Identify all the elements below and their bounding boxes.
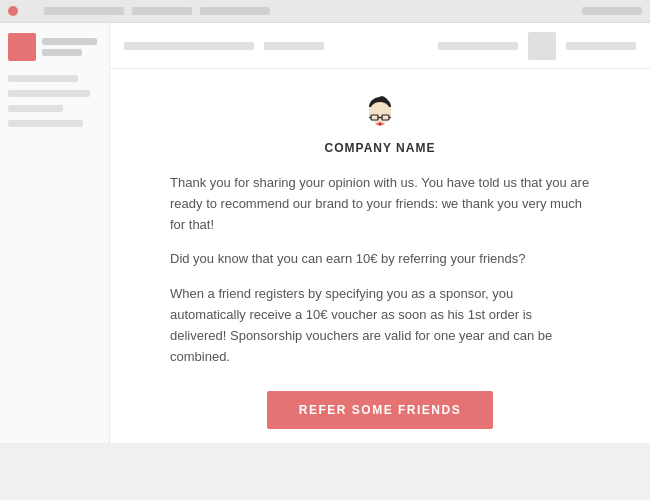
content-bar-square <box>528 32 556 60</box>
content-bar-block <box>566 42 636 50</box>
tab-label-placeholder <box>44 7 124 15</box>
content-top-bar <box>110 23 650 69</box>
logo-area: COMPANY NAME <box>325 89 436 155</box>
main-content: COMPANY NAME Thank you for sharing your … <box>110 23 650 443</box>
sidebar-title-line2 <box>42 49 82 56</box>
company-name-label: COMPANY NAME <box>325 141 436 155</box>
tab-label-placeholder <box>200 7 270 15</box>
sidebar-nav-item[interactable] <box>8 90 90 97</box>
tab-label-placeholder <box>132 7 192 15</box>
sidebar-nav-item[interactable] <box>8 75 78 82</box>
browser-title-bar <box>0 0 650 22</box>
email-paragraph-1: Thank you for sharing your opinion with … <box>170 173 590 235</box>
sidebar-nav-item[interactable] <box>8 105 63 112</box>
sidebar-nav-item[interactable] <box>8 120 83 127</box>
email-text-block: Thank you for sharing your opinion with … <box>170 173 590 381</box>
browser-chrome <box>0 0 650 23</box>
content-bar-block <box>124 42 254 50</box>
sidebar-avatar <box>8 33 36 61</box>
window-close-dot[interactable] <box>8 6 18 16</box>
sidebar <box>0 23 110 443</box>
page-wrapper: COMPANY NAME Thank you for sharing your … <box>0 23 650 443</box>
email-paragraph-2: Did you know that you can earn 10€ by re… <box>170 249 590 270</box>
email-paragraph-3: When a friend registers by specifying yo… <box>170 284 590 367</box>
cta-area: REFER SOME FRIENDS <box>267 391 493 429</box>
sidebar-nav <box>8 75 101 127</box>
sidebar-title-line1 <box>42 38 97 45</box>
company-logo <box>356 89 404 137</box>
svg-rect-2 <box>369 107 391 115</box>
content-bar-block <box>438 42 518 50</box>
email-body: COMPANY NAME Thank you for sharing your … <box>110 69 650 443</box>
browser-menu-placeholder <box>582 7 642 15</box>
sidebar-header <box>8 33 101 61</box>
content-bar-block <box>264 42 324 50</box>
sidebar-title-block <box>42 38 97 56</box>
refer-friends-button[interactable]: REFER SOME FRIENDS <box>267 391 493 429</box>
svg-point-9 <box>379 123 381 125</box>
